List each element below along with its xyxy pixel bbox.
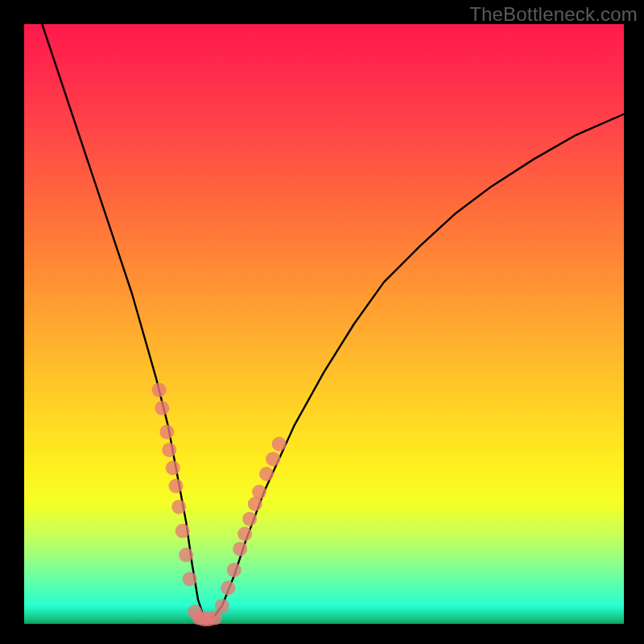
bottleneck-curve (42, 24, 624, 618)
highlight-dots (152, 382, 287, 626)
highlight-dot (237, 526, 252, 541)
highlight-dot (272, 437, 287, 452)
highlight-dot (166, 460, 180, 475)
highlight-dot (159, 425, 174, 440)
highlight-dot (227, 563, 242, 577)
highlight-dot (252, 485, 266, 499)
highlight-dot (155, 401, 169, 415)
highlight-dot (242, 512, 257, 526)
curve-layer (24, 24, 624, 624)
watermark-text: TheBottleneck.com (469, 3, 638, 26)
highlight-dot (162, 443, 176, 457)
highlight-dot (215, 599, 229, 613)
highlight-dot (171, 500, 186, 514)
highlight-dot (168, 479, 183, 493)
highlight-dot (266, 452, 280, 466)
highlight-dot (179, 547, 193, 562)
highlight-dot (259, 467, 274, 481)
highlight-dot (221, 580, 235, 595)
highlight-dot (233, 542, 247, 556)
highlight-dot (183, 572, 197, 586)
highlight-dot (152, 382, 167, 397)
plot-area (24, 24, 624, 624)
chart-frame: TheBottleneck.com (0, 0, 644, 644)
highlight-dot (175, 524, 190, 539)
